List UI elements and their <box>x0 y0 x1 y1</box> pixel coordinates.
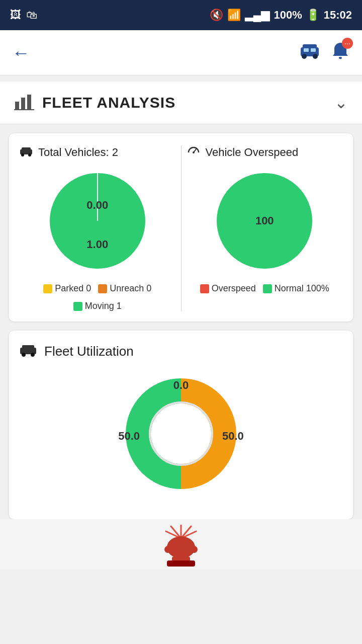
svg-rect-8 <box>21 98 25 110</box>
total-vehicles-header: Total Vehicles: 2 <box>19 145 118 159</box>
car-util-icon <box>19 343 37 360</box>
svg-point-3 <box>313 54 318 59</box>
svg-point-22 <box>22 353 26 357</box>
alarm-container[interactable] <box>161 524 201 570</box>
overspeed-value: 100 <box>255 214 274 227</box>
unreach-dot <box>98 284 107 293</box>
battery-label: 100% <box>274 9 302 22</box>
legend-overspeed: Overspeed <box>200 283 256 294</box>
overspeed-section: Vehicle Overspeed 100 Overspeed Normal 1… <box>182 145 343 311</box>
svg-point-31 <box>167 536 195 558</box>
overspeed-pie: 100 <box>214 171 315 271</box>
status-left: 🖼 🛍 <box>10 9 37 22</box>
svg-point-2 <box>302 54 307 59</box>
utilization-title: Fleet Utilization <box>44 344 134 359</box>
overspeed-label: Vehicle Overspeed <box>206 146 299 159</box>
bottom-alarm-bar <box>0 519 362 570</box>
alarm-body-svg <box>161 535 201 571</box>
donut-top-label: 0.0 <box>173 379 189 392</box>
wifi-icon: 📶 <box>227 9 241 22</box>
nav-bar: ← ··· <box>0 30 362 75</box>
parked-label: Parked 0 <box>55 283 91 294</box>
parked-dot <box>43 284 52 293</box>
speedometer-icon <box>187 145 201 159</box>
moving-dot <box>73 302 82 311</box>
section-header-left: FLEET ANALYSIS <box>14 93 175 113</box>
legend-parked: Parked 0 <box>43 283 91 294</box>
donut-chart: 0.0 50.0 50.0 <box>116 368 246 499</box>
unreach-label: Unreach 0 <box>110 283 151 294</box>
svg-point-33 <box>164 546 171 553</box>
gallery-icon: 🖼 <box>10 9 21 22</box>
svg-point-18 <box>193 151 195 153</box>
charts-row: Total Vehicles: 2 0.00 1.00 Parked 0 <box>19 145 343 311</box>
time-label: 15:02 <box>324 9 352 22</box>
total-vehicles-label: Total Vehicles: 2 <box>38 146 118 159</box>
svg-point-14 <box>28 153 31 156</box>
utilization-header: Fleet Utilization <box>19 343 343 360</box>
car-nav-icon[interactable] <box>299 41 321 64</box>
normal-label: Normal 100% <box>275 283 329 294</box>
svg-rect-4 <box>304 48 309 52</box>
overspeed-dot <box>200 284 209 293</box>
notif-dots: ··· <box>344 39 350 47</box>
svg-rect-7 <box>15 102 19 110</box>
total-vehicles-pie: 0.00 1.00 <box>47 171 148 271</box>
svg-point-13 <box>21 153 24 156</box>
pie-label-top: 0.00 <box>86 199 108 212</box>
fleet-utilization-card: Fleet Utilization 0.0 50.0 50.0 <box>9 331 353 519</box>
fleet-analysis-title: FLEET ANALYSIS <box>42 94 175 111</box>
chart-bar-icon <box>14 93 34 113</box>
svg-rect-21 <box>22 345 34 350</box>
total-vehicles-section: Total Vehicles: 2 0.00 1.00 Parked 0 <box>19 145 182 311</box>
normal-dot <box>263 284 272 293</box>
legend-moving: Moving 1 <box>73 301 122 311</box>
chevron-down-icon[interactable]: ⌄ <box>334 93 348 112</box>
nav-right-icons: ··· <box>299 41 350 64</box>
svg-point-34 <box>191 546 198 553</box>
legend-normal: Normal 100% <box>263 283 329 294</box>
overspeed-legend: Overspeed Normal 100% <box>200 283 329 294</box>
svg-point-23 <box>31 353 35 357</box>
car-icon-small <box>19 145 33 159</box>
svg-rect-9 <box>27 95 31 110</box>
svg-rect-35 <box>167 560 195 567</box>
svg-point-24 <box>152 405 210 463</box>
svg-point-6 <box>339 57 342 59</box>
back-button[interactable]: ← <box>12 42 30 63</box>
overspeed-header: Vehicle Overspeed <box>187 145 299 159</box>
status-right: 🔇 📶 ▂▄▆ 100% 🔋 15:02 <box>210 9 352 22</box>
svg-rect-5 <box>311 48 316 52</box>
svg-rect-12 <box>22 147 31 151</box>
fleet-analysis-header: FLEET ANALYSIS ⌄ <box>0 82 362 124</box>
pie-label-bottom: 1.00 <box>86 238 108 251</box>
mute-icon: 🔇 <box>210 9 223 22</box>
overspeed-legend-label: Overspeed <box>212 283 256 294</box>
notif-badge: ··· <box>342 38 353 49</box>
alarm-bell <box>161 524 201 570</box>
signal-icon: ▂▄▆ <box>245 9 270 22</box>
status-bar: 🖼 🛍 🔇 📶 ▂▄▆ 100% 🔋 15:02 <box>0 0 362 30</box>
notification-bell-wrapper: ··· <box>331 41 350 64</box>
battery-icon: 🔋 <box>306 9 320 22</box>
vehicles-overspeed-card: Total Vehicles: 2 0.00 1.00 Parked 0 <box>9 133 353 321</box>
donut-left-label: 50.0 <box>118 430 140 443</box>
bag-icon: 🛍 <box>26 9 37 22</box>
legend-unreach: Unreach 0 <box>98 283 151 294</box>
moving-label: Moving 1 <box>85 301 122 311</box>
donut-right-label: 50.0 <box>222 430 244 443</box>
total-vehicles-legend: Parked 0 Unreach 0 Moving 1 <box>19 283 176 311</box>
